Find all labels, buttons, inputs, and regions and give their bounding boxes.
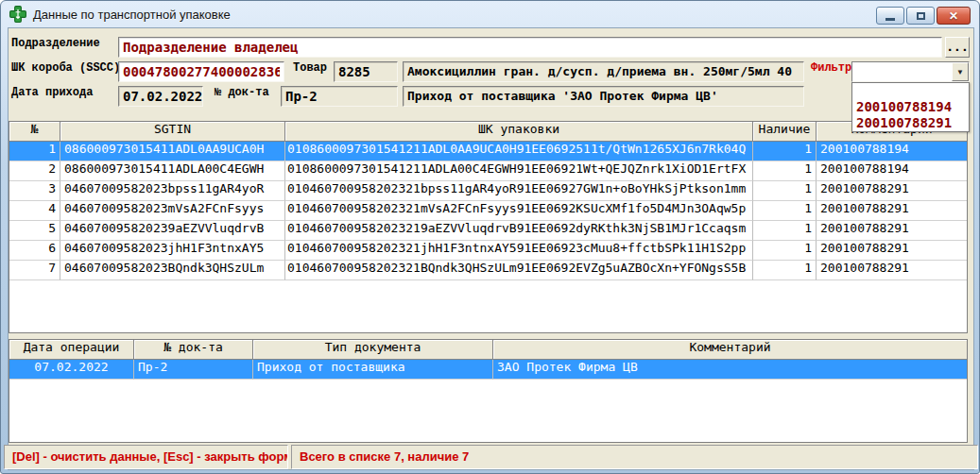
qty-cell: 1 [753, 142, 817, 161]
doc-number-label: № док-та [215, 86, 269, 107]
minimize-button[interactable] [876, 7, 904, 25]
filter-combobox[interactable]: ▼ [851, 61, 970, 82]
qty-cell: 1 [753, 201, 817, 221]
row-num-cell: 2 [9, 161, 60, 181]
close-button[interactable]: ✕ [937, 7, 971, 25]
department-field[interactable] [118, 37, 942, 58]
pack-code-cell: 010460700958202321mVsA2FCnFsyys91EE0692K… [285, 201, 753, 221]
maximize-icon [917, 12, 925, 20]
operations-table-header: Дата операции № док-та Тип документа Ком… [9, 340, 967, 360]
title-bar[interactable]: Данные по транспортной упаковке ✕ [1, 1, 979, 27]
col-header-pack[interactable]: ШК упаковки [285, 122, 753, 142]
operations-table: Дата операции № док-та Тип документа Ком… [9, 339, 968, 443]
table-row[interactable]: 2 086000973015411ADLA00C4EGWH 0108600097… [9, 161, 967, 181]
pack-code-cell: 0108600097301541211ADLA00C4EGWH91EE06921… [285, 161, 753, 181]
chevron-down-icon[interactable]: ▼ [952, 62, 969, 81]
table-row[interactable]: 1 086000973015411ADL0AA9UCA0H 0108600097… [9, 142, 967, 161]
op-date-cell: 07.02.2022 [9, 360, 134, 380]
pack-code-cell: 010460700958202321BQndk3QHSzULm91EE0692E… [285, 261, 753, 280]
department-label: Подразделение [11, 37, 100, 58]
table-row[interactable]: 5 046070095820239aEZVVluqdrvB 0104607009… [9, 221, 967, 241]
row-num-cell: 7 [9, 261, 60, 280]
op-doc-cell: Пр-2 [134, 360, 253, 380]
sgtin-cell: 04607009582023BQndk3QHSzULm [60, 261, 285, 280]
col-header-op-date[interactable]: Дата операции [9, 340, 134, 360]
operation-row[interactable]: 07.02.2022 Пр-2 Приход от поставщика ЗАО… [9, 360, 967, 380]
status-hotkeys: [Del] - очистить данные, [Esc] - закрыть… [4, 445, 288, 469]
comment-cell: 200100788291 [817, 181, 967, 201]
col-header-sgtin[interactable]: SGTIN [60, 122, 285, 142]
row-num-cell: 6 [9, 241, 60, 261]
qty-cell: 1 [753, 221, 817, 241]
filter-label: Фильтр [811, 61, 851, 82]
comment-cell: 200100788194 [817, 161, 967, 181]
col-header-op-comment[interactable]: Комментарий [493, 340, 967, 360]
comment-cell: 200100788291 [817, 221, 967, 241]
col-header-op-type[interactable]: Тип документа [253, 340, 493, 360]
row-num-cell: 1 [9, 142, 60, 161]
sscc-table: № SGTIN ШК упаковки Наличие Комментарий … [9, 121, 968, 333]
qty-cell: 1 [753, 161, 817, 181]
qty-cell: 1 [753, 261, 817, 280]
filter-option[interactable]: 200100788194 [852, 99, 969, 115]
window-title: Данные по транспортной упаковке [33, 8, 231, 22]
comment-cell: 200100788291 [817, 201, 967, 221]
doc-number-field: Пр-2 [281, 86, 398, 107]
qty-cell: 1 [753, 181, 817, 201]
sgtin-cell: 04607009582023jhH1F3ntnxAY5 [60, 241, 285, 261]
transport-packaging-window: Данные по транспортной упаковке ✕ Подраз… [0, 0, 980, 474]
row-num-cell: 5 [9, 221, 60, 241]
sscc-table-header: № SGTIN ШК упаковки Наличие Комментарий [9, 122, 967, 142]
col-header-num[interactable]: № [9, 122, 60, 142]
sgtin-cell: 04607009582023mVsA2FCnFsyys [60, 201, 285, 221]
maximize-button[interactable] [906, 7, 935, 25]
col-header-qty[interactable]: Наличие [753, 122, 817, 142]
qty-cell: 1 [753, 241, 817, 261]
doc-comment-field: Приход от поставщика 'ЗАО Протек Фирма Ц… [403, 86, 804, 107]
window-controls: ✕ [876, 7, 971, 25]
pharmacy-cross-icon [9, 6, 26, 23]
table-row[interactable]: 6 04607009582023jhH1F3ntnxAY5 0104607009… [9, 241, 967, 261]
pack-code-cell: 0104607009582023219aEZVVluqdrvB91EE0692d… [285, 221, 753, 241]
sscc-input[interactable] [118, 61, 284, 82]
filter-option[interactable] [852, 83, 969, 99]
pack-code-cell: 010460700958202321bpss11gAR4yoR91EE06927… [285, 181, 753, 201]
arrival-date-label: Дата прихода [11, 86, 93, 107]
op-comment-cell: ЗАО Протек Фирма ЦВ [493, 360, 967, 380]
sscc-table-body: 1 086000973015411ADL0AA9UCA0H 0108600097… [9, 142, 967, 280]
filter-option[interactable]: 200100788291 [852, 115, 969, 131]
comment-cell: 200100788291 [817, 261, 967, 280]
table-row[interactable]: 4 04607009582023mVsA2FCnFsyys 0104607009… [9, 201, 967, 221]
product-name-field: Амоксициллин гран. д/сусп. д/приема вн. … [403, 61, 804, 82]
pack-code-cell: 010460700958202321jhH1F3ntnxAY591EE06923… [285, 241, 753, 261]
pack-code-cell: 0108600097301541211ADL0AA9UCA0H91EE06925… [285, 142, 753, 161]
minimize-icon [885, 18, 895, 21]
product-label: Товар [293, 61, 327, 82]
arrival-date-field: 07.02.2022 [118, 86, 203, 107]
table-row[interactable]: 7 04607009582023BQndk3QHSzULm 0104607009… [9, 261, 967, 280]
sgtin-cell: 046070095820239aEZVVluqdrvB [60, 221, 285, 241]
status-totals: Всего в списке 7, наличие 7 [291, 445, 978, 469]
close-icon: ✕ [949, 10, 958, 22]
filter-input[interactable] [852, 62, 952, 81]
sscc-label: ШК короба (SSCC) [11, 61, 120, 82]
comment-cell: 200100788291 [817, 241, 967, 261]
operations-table-body: 07.02.2022 Пр-2 Приход от поставщика ЗАО… [9, 360, 967, 380]
row-num-cell: 3 [9, 181, 60, 201]
product-code-field: 8285 [334, 61, 398, 82]
table-row[interactable]: 3 04607009582023bpss11gAR4yoR 0104607009… [9, 181, 967, 201]
sgtin-cell: 086000973015411ADL0AA9UCA0H [60, 142, 285, 161]
comment-cell: 200100788194 [817, 142, 967, 161]
sgtin-cell: 086000973015411ADLA00C4EGWH [60, 161, 285, 181]
browse-button[interactable]: ... [945, 37, 970, 58]
row-num-cell: 4 [9, 201, 60, 221]
sgtin-cell: 04607009582023bpss11gAR4yoR [60, 181, 285, 201]
op-type-cell: Приход от поставщика [253, 360, 493, 380]
col-header-op-doc[interactable]: № док-та [134, 340, 253, 360]
filter-dropdown-list[interactable]: 200100788194200100788291 [851, 82, 970, 132]
